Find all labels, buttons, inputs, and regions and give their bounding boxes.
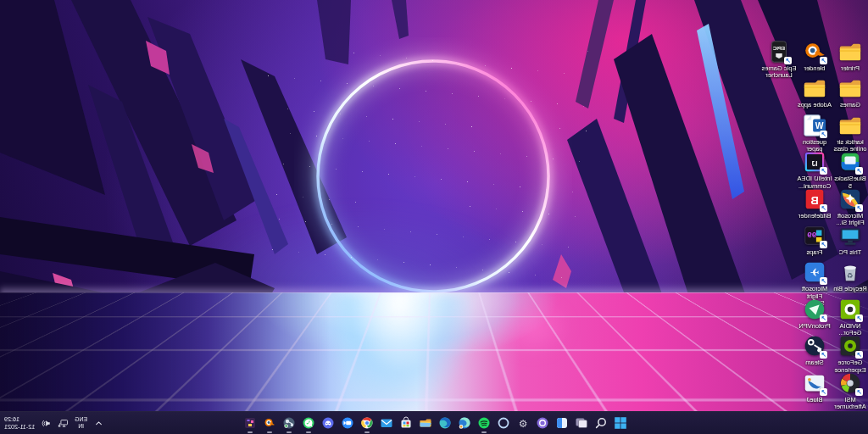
star [430,264,431,265]
desktop-icon-label: Steam [805,359,824,366]
star [441,179,442,180]
star [336,169,337,170]
volume-icon[interactable] [41,418,52,429]
desktop-icon-label: Fraps [806,249,822,256]
taskbar: ⚙ ENG IN 16:29 12-11-2021 [0,411,868,434]
taskbar-search-icon[interactable] [592,413,611,434]
desktop-icon-nvidia-gefor[interactable]: ↗NVIDIA GeFor... [832,297,868,337]
desktop-icon-games[interactable]: Games [832,75,868,108]
svg-text:EPIC: EPIC [772,45,785,51]
star [583,106,584,107]
star [485,65,486,66]
star [452,93,453,94]
star [303,197,303,198]
star [399,88,400,89]
star [325,254,326,255]
taskbar-spotify-icon[interactable] [475,413,494,434]
shortcut-arrow-icon: ↗ [820,277,827,285]
star [456,267,457,268]
star [283,164,284,164]
star [268,75,269,76]
star [316,136,317,136]
taskbar-discord-icon[interactable] [319,413,338,434]
desktop-icon-geforce-experience[interactable]: ↗GeForce Experience [832,333,868,374]
star [568,247,569,248]
desktop-icon-recycle-bin[interactable]: ♻Recycle Bin [832,259,868,292]
taskbar-file-explorer-icon[interactable] [416,413,436,434]
folder-icon [837,75,863,101]
tray-chevron-icon[interactable] [93,418,104,429]
msfs2-icon: ✈↗ [802,259,827,285]
star [298,252,299,253]
language-indicator[interactable]: ENG IN [75,416,87,430]
desktop-icon-msi-afterburner[interactable]: ↗MSI Afterburner [832,370,868,411]
star [272,249,273,250]
shortcut-arrow-icon: ↗ [820,204,827,212]
system-tray: ENG IN 16:29 12-11-2021 [4,412,104,434]
network-icon[interactable] [58,418,69,429]
desktop-icon-this-pc[interactable]: This PC [832,223,868,256]
desktop-icon-adobe-apps[interactable]: Adobe apps [797,75,832,108]
shortcut-arrow-icon: ↗ [820,131,827,138]
taskbar-clock[interactable]: 16:29 12-11-2021 [4,415,35,431]
desktop-icon-blender[interactable]: ↗blender [797,39,832,72]
taskbar-store-icon[interactable] [397,413,416,434]
star [575,216,576,217]
taskbar-steam-icon[interactable] [280,413,299,434]
desktop-icon-label: Adobe apps [798,102,832,108]
desktop-icon-label: Bitdefender [798,213,831,220]
desktop-icon-kartick-sir-online-class[interactable]: kartick sir online class [832,113,868,153]
desktop-icon-protonvpn[interactable]: ↗ProtonVPN [797,297,832,330]
nvidia-icon: ↗ [837,297,863,322]
taskbar-game-icon[interactable] [241,413,260,434]
desktop-icon-bluej[interactable]: ↗BlueJ [797,370,832,403]
thispc-icon [837,223,863,248]
taskbar-chrome-icon[interactable] [358,413,377,434]
star [421,146,422,147]
desktop-icon-bluestacks-5[interactable]: ↗BlueStacks 5 [832,149,868,190]
star [437,234,437,235]
taskbar-cortana-icon[interactable] [533,413,553,434]
star [537,70,538,71]
svg-text:✈: ✈ [810,267,819,280]
desktop-icon-epic-games-launcher[interactable]: EPIC↗Epic Games Launcher [761,39,797,80]
taskbar-taskview-icon[interactable] [572,413,592,434]
star [470,206,470,207]
taskbar-edge-icon[interactable] [436,413,455,434]
taskbar-mail-icon[interactable] [377,413,397,434]
desktop-icon-label: BlueJ [807,397,823,403]
taskbar-blender-icon[interactable] [260,413,280,434]
taskbar-zoom-icon[interactable] [338,413,358,434]
taskbar-start-button[interactable] [611,413,631,434]
desktop-icon-microsoft-flight-si[interactable]: ↗Microsoft Flight Si... [832,186,868,227]
star [548,214,549,214]
star [287,108,288,109]
star [314,111,314,112]
star [522,211,523,212]
taskbar-edge-beta-icon[interactable] [455,413,475,434]
desktop-icon-bitdefender[interactable]: B↗Bitdefender [797,186,832,220]
clock-date: 12-11-2021 [4,423,35,431]
desktop-icon-label: blender [804,65,825,72]
taskbar-whatsapp-icon[interactable] [299,413,319,434]
star [305,221,306,222]
star [559,128,560,129]
desktop-icon-steam[interactable]: ↗Steam [797,333,832,366]
star [369,141,370,142]
star [415,176,415,177]
shortcut-arrow-icon: ↗ [855,204,863,212]
shortcut-arrow-icon: ↗ [855,388,863,396]
star [340,114,341,114]
desktop-icon-fraps[interactable]: 99↗Fraps [797,223,832,256]
star [553,159,554,159]
desktop-icon-intellij-idea-communi[interactable]: IJ↗IntelliJ IDEA Communi... [797,149,832,190]
taskbar-ring-app-icon[interactable] [494,413,514,434]
desktop-wallpaper[interactable] [0,0,868,412]
desktop-icon-label: ProtonVPN [798,323,831,330]
shortcut-arrow-icon: ↗ [820,167,827,175]
desktop-icon-printer[interactable]: Printer [832,39,868,72]
taskbar-settings-icon[interactable]: ⚙ [514,413,533,434]
epic-icon: EPIC↗ [766,39,792,64]
mirrored-desktop-screen: PrinterGameskartick sir online class↗Blu… [0,0,868,434]
taskbar-widgets-icon[interactable] [553,413,572,434]
